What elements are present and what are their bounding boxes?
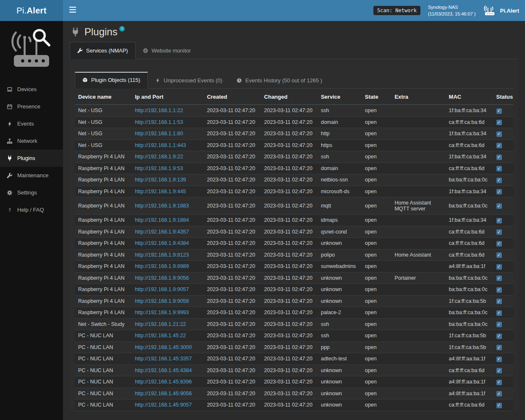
column-header-mac[interactable]: MAC: [446, 89, 493, 105]
column-header-status[interactable]: Status: [493, 89, 513, 105]
brand-logo[interactable]: Pi.Alert: [0, 0, 63, 21]
ip-port-link[interactable]: http://192.168.1.9:9993: [135, 310, 189, 315]
ip-port-link[interactable]: http://192.168.1.9:8123: [135, 252, 189, 258]
extra-cell: [391, 116, 445, 128]
sidebar-item-events[interactable]: Events: [0, 115, 63, 132]
status-checkbox[interactable]: ✓: [496, 368, 502, 373]
ip-port-link[interactable]: http://192.168.1.45:3000: [135, 344, 192, 350]
sidebar-toggle-button[interactable]: [63, 0, 82, 21]
ip-port-link[interactable]: http://192.168.1.45:4384: [135, 368, 192, 373]
service-cell: netbios-ssn: [318, 174, 362, 186]
column-header-created[interactable]: Created: [204, 89, 261, 105]
column-header-state[interactable]: State: [362, 89, 391, 105]
tab-services-nmap[interactable]: Services (NMAP): [70, 42, 136, 59]
status-checkbox[interactable]: ✓: [496, 345, 502, 350]
status-checkbox[interactable]: ✓: [496, 241, 502, 247]
ip-port-link[interactable]: http://192.168.1.45:9057: [135, 402, 192, 408]
ip-port-link[interactable]: http://192.168.1.9:8989: [135, 263, 189, 269]
sidebar-item-settings[interactable]: Settings: [0, 184, 63, 201]
status-checkbox[interactable]: ✓: [496, 252, 502, 258]
status-checkbox[interactable]: ✓: [496, 287, 502, 293]
ip-port-link[interactable]: http://192.168.1.9:4357: [135, 229, 189, 235]
extra-cell: [391, 341, 445, 353]
sidebar-item-help-faq[interactable]: ?Help / FAQ: [0, 201, 63, 218]
ip-port-link[interactable]: http://192.168.1.45:8396: [135, 379, 192, 385]
ip-port-link[interactable]: http://192.168.1.21:22: [135, 321, 186, 327]
extra-cell: [391, 295, 445, 307]
status-checkbox[interactable]: ✓: [496, 403, 502, 408]
mac-cell: ca:ff:ff:ca:ba:6d: [446, 365, 493, 376]
mac-cell: ca:ff:ff:ca:ba:6d: [446, 249, 493, 261]
created-cell: 2023-03-11 02:47:20: [204, 307, 261, 319]
ip-port-link[interactable]: http://192.168.1.9:53: [135, 165, 183, 171]
status-checkbox[interactable]: ✓: [496, 108, 502, 114]
sidebar-item-network[interactable]: Network: [0, 132, 63, 150]
tab-plugin-objects-115[interactable]: Plugin Objects (115): [75, 72, 148, 89]
tab-unprocessed-events-0[interactable]: Unprocessed Events (0): [148, 72, 229, 89]
ip-port-link[interactable]: http://192.168.1.45:9056: [135, 391, 192, 396]
status-checkbox[interactable]: ✓: [496, 310, 502, 316]
state-cell: open: [362, 318, 391, 330]
column-header-ip-and-port[interactable]: Ip and Port: [131, 89, 203, 105]
status-checkbox[interactable]: ✓: [496, 276, 502, 281]
status-checkbox[interactable]: ✓: [496, 178, 502, 183]
ip-port-link[interactable]: http://192.168.1.9:1883: [135, 203, 189, 209]
device-name-cell: Raspberry Pi 4 LAN: [75, 284, 131, 296]
state-cell: open: [362, 261, 391, 273]
tab-label: Events History (50 out of 1265 ): [245, 77, 322, 84]
service-cell: mqtt: [318, 197, 362, 215]
tab-website-monitor[interactable]: Website monitor: [136, 42, 198, 59]
status-checkbox[interactable]: ✓: [496, 229, 502, 235]
extra-cell: [391, 174, 445, 186]
ip-port-link[interactable]: http://192.168.1.1:53: [135, 119, 183, 125]
device-name-cell: Raspberry Pi 4 LAN: [75, 238, 131, 249]
status-cell: ✓: [493, 307, 513, 319]
sidebar-item-devices[interactable]: Devices: [0, 81, 63, 98]
status-checkbox[interactable]: ✓: [496, 120, 502, 125]
status-checkbox[interactable]: ✓: [496, 143, 502, 148]
changed-cell: 2023-03-11 02:47:20: [261, 151, 318, 163]
help-badge[interactable]: ?: [119, 26, 125, 32]
status-checkbox[interactable]: ✓: [496, 189, 502, 194]
table-row: Raspberry Pi 4 LANhttp://192.168.1.9:435…: [75, 226, 513, 238]
column-header-changed[interactable]: Changed: [261, 89, 318, 105]
status-checkbox[interactable]: ✓: [496, 322, 502, 327]
ip-port-link[interactable]: http://192.168.1.45:22: [135, 333, 186, 339]
sidebar-item-maintenance[interactable]: Maintenance: [0, 167, 63, 184]
nav-brand[interactable]: Pi.Alert: [483, 5, 519, 16]
ip-port-link[interactable]: http://192.168.1.1:80: [135, 131, 183, 136]
device-name-cell: Raspberry Pi 4 LAN: [75, 151, 131, 163]
status-checkbox[interactable]: ✓: [496, 264, 502, 270]
ip-port-link[interactable]: http://192.168.1.1:22: [135, 108, 183, 113]
status-checkbox[interactable]: ✓: [496, 218, 502, 223]
ip-port-link[interactable]: http://192.168.1.9:9056: [135, 275, 189, 281]
tab-events-history-50-out-of-1265[interactable]: Events History (50 out of 1265 ): [229, 72, 329, 89]
ip-port-link[interactable]: http://192.168.1.9:1884: [135, 217, 189, 223]
service-cell: unknown: [318, 272, 362, 284]
ip-port-link[interactable]: http://192.168.1.9:22: [135, 154, 183, 160]
column-header-extra[interactable]: Extra: [391, 89, 445, 105]
status-checkbox[interactable]: ✓: [496, 333, 502, 339]
table-row: PC - NUC LANhttp://192.168.1.45:90562023…: [75, 388, 513, 399]
ip-port-link[interactable]: http://192.168.1.45:3357: [135, 356, 192, 362]
sidebar-item-plugins[interactable]: Plugins: [0, 150, 63, 167]
status-checkbox[interactable]: ✓: [496, 357, 502, 362]
ip-port-link[interactable]: http://192.168.1.9:139: [135, 177, 186, 183]
status-checkbox[interactable]: ✓: [496, 299, 502, 304]
ip-port-link[interactable]: http://192.168.1.9:9058: [135, 298, 189, 304]
ip-port-link[interactable]: http://192.168.1.9:4384: [135, 240, 189, 246]
status-checkbox[interactable]: ✓: [496, 380, 502, 385]
column-header-device-name[interactable]: Device name: [75, 89, 131, 105]
ip-port-link[interactable]: http://192.168.1.9:9057: [135, 286, 189, 292]
ip-port-link[interactable]: http://192.168.1.9:445: [135, 189, 186, 194]
column-header-service[interactable]: Service: [318, 89, 362, 105]
ip-port-link[interactable]: http://192.168.1.1:443: [135, 142, 186, 148]
status-checkbox[interactable]: ✓: [496, 391, 502, 396]
status-checkbox[interactable]: ✓: [496, 131, 502, 137]
status-checkbox[interactable]: ✓: [496, 166, 502, 171]
status-checkbox[interactable]: ✓: [496, 203, 502, 209]
status-checkbox[interactable]: ✓: [496, 155, 502, 160]
sidebar-item-presence[interactable]: Presence: [0, 98, 63, 115]
extra-cell: [391, 399, 445, 411]
device-name-cell: Raspberry Pi 4 LAN: [75, 307, 131, 319]
